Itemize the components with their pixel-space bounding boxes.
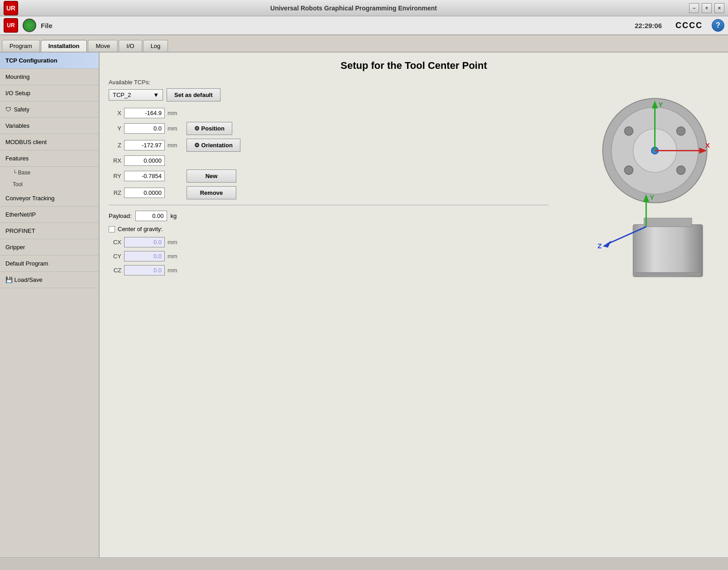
minimize-button[interactable]: − — [689, 3, 699, 13]
svg-rect-17 — [635, 272, 700, 276]
cy-input[interactable] — [124, 251, 165, 261]
tcp-dropdown[interactable]: TCP_2 ▼ — [109, 89, 163, 101]
remove-button[interactable]: Remove — [187, 186, 236, 199]
cx-input[interactable] — [124, 237, 165, 247]
y-label: Y — [109, 125, 121, 132]
tab-io[interactable]: I/O — [119, 40, 142, 52]
sidebar-item-conveyor[interactable]: Conveyor Tracking — [0, 190, 99, 207]
z-input[interactable] — [124, 140, 165, 150]
svg-rect-16 — [644, 218, 692, 227]
menu-bar: UR File 22:29:06 CCCC ? — [0, 16, 728, 35]
tcp-row: TCP_2 ▼ Set as default — [109, 88, 549, 101]
tab-log[interactable]: Log — [143, 40, 168, 52]
file-menu[interactable]: File — [41, 22, 53, 29]
cz-input[interactable] — [124, 265, 165, 275]
left-panel: Available TCPs: TCP_2 ▼ Set as default X… — [109, 79, 549, 296]
x-input[interactable] — [124, 108, 165, 118]
sidebar-item-tool[interactable]: Tool — [0, 179, 99, 190]
field-row-cz: CZ mm — [109, 265, 549, 275]
tab-move[interactable]: Move — [88, 40, 118, 52]
cy-label: CY — [109, 253, 121, 260]
payload-input[interactable] — [135, 211, 167, 221]
available-tcps-label: Available TCPs: — [109, 79, 549, 86]
z-unit: mm — [168, 142, 180, 149]
sidebar-item-io-setup[interactable]: I/O Setup — [0, 85, 99, 101]
ry-input[interactable] — [124, 171, 165, 181]
svg-text:X: X — [705, 141, 710, 149]
close-button[interactable]: × — [714, 3, 724, 13]
sidebar-item-tcp-configuration[interactable]: TCP Configuration — [0, 53, 99, 69]
ur-logo: UR — [4, 18, 18, 33]
rz-label: RZ — [109, 189, 121, 196]
help-button[interactable]: ? — [712, 19, 724, 32]
3d-visualization: Y X — [556, 79, 719, 296]
x-label: X — [109, 110, 121, 116]
new-button[interactable]: New — [187, 169, 236, 183]
robot-viz-svg: Y X — [556, 79, 719, 296]
sidebar-item-base[interactable]: └ Base — [0, 167, 99, 179]
sidebar-item-profinet[interactable]: PROFINET — [0, 223, 99, 239]
shield-icon: 🛡 — [5, 106, 11, 113]
rz-input[interactable] — [124, 188, 165, 198]
svg-point-5 — [676, 127, 685, 135]
svg-rect-15 — [633, 225, 703, 277]
cz-label: CZ — [109, 267, 121, 274]
cog-row: Center of gravity: — [109, 226, 549, 232]
y-input[interactable] — [124, 123, 165, 134]
sidebar-item-loadsave[interactable]: 💾 Load/Save — [0, 272, 99, 288]
sidebar-item-variables[interactable]: Variables — [0, 118, 99, 134]
svg-text:Z: Z — [598, 242, 602, 250]
payload-row: Payload: kg — [109, 211, 549, 221]
maximize-button[interactable]: + — [702, 3, 712, 13]
field-row-rz: RZ Remove — [109, 186, 549, 199]
app-icon: UR — [4, 1, 18, 15]
robot-status: CCCC — [675, 21, 703, 30]
cog-label: Center of gravity: — [118, 226, 163, 232]
sidebar-item-modbus[interactable]: MODBUS client — [0, 134, 99, 150]
tcp-selected-value: TCP_2 — [113, 92, 131, 98]
field-row-x: X mm — [109, 108, 549, 118]
tab-program[interactable]: Program — [2, 40, 40, 52]
z-label: Z — [109, 142, 121, 149]
orientation-button[interactable]: ⚙ Orientation — [187, 139, 240, 152]
field-row-cy: CY mm — [109, 251, 549, 261]
main-layout: TCP Configuration Mounting I/O Setup 🛡 S… — [0, 53, 728, 557]
field-row-y: Y mm ⚙ Position — [109, 122, 549, 135]
tabs-bar: Program Installation Move I/O Log — [0, 35, 728, 53]
content-area: Setup for the Tool Center Point Availabl… — [100, 53, 728, 557]
payload-unit: kg — [171, 213, 177, 219]
position-button[interactable]: ⚙ Position — [187, 122, 232, 135]
clock-display: 22:29:06 — [635, 22, 662, 29]
svg-point-6 — [624, 166, 633, 174]
sidebar: TCP Configuration Mounting I/O Setup 🛡 S… — [0, 53, 100, 557]
x-unit: mm — [168, 110, 180, 116]
svg-text:Y: Y — [650, 193, 654, 201]
cz-unit: mm — [168, 267, 180, 274]
svg-text:Y: Y — [658, 101, 663, 108]
sidebar-item-features[interactable]: Features — [0, 150, 99, 167]
sidebar-item-mounting[interactable]: Mounting — [0, 69, 99, 85]
cx-unit: mm — [168, 239, 180, 246]
cog-checkbox[interactable] — [109, 226, 115, 232]
ry-label: RY — [109, 173, 121, 179]
content-inner: Available TCPs: TCP_2 ▼ Set as default X… — [109, 79, 719, 296]
window-controls: − + × — [689, 3, 724, 13]
field-row-cx: CX mm — [109, 237, 549, 247]
payload-label: Payload: — [109, 213, 132, 219]
svg-point-4 — [624, 127, 633, 135]
cy-unit: mm — [168, 253, 180, 260]
rx-input[interactable] — [124, 155, 165, 166]
sidebar-item-safety[interactable]: 🛡 Safety — [0, 101, 99, 118]
bottom-bar — [0, 557, 728, 570]
set-default-button[interactable]: Set as default — [167, 88, 220, 101]
sidebar-item-gripper[interactable]: Gripper — [0, 239, 99, 256]
cx-label: CX — [109, 239, 121, 246]
tab-installation[interactable]: Installation — [41, 40, 87, 52]
separator — [109, 205, 549, 205]
svg-point-7 — [676, 166, 685, 174]
sidebar-item-ethernet[interactable]: EtherNet/IP — [0, 207, 99, 223]
field-row-ry: RY New — [109, 169, 549, 183]
window-title: Universal Robots Graphical Programming E… — [270, 5, 437, 12]
safety-label: Safety — [14, 106, 29, 113]
sidebar-item-default-program[interactable]: Default Program — [0, 256, 99, 272]
